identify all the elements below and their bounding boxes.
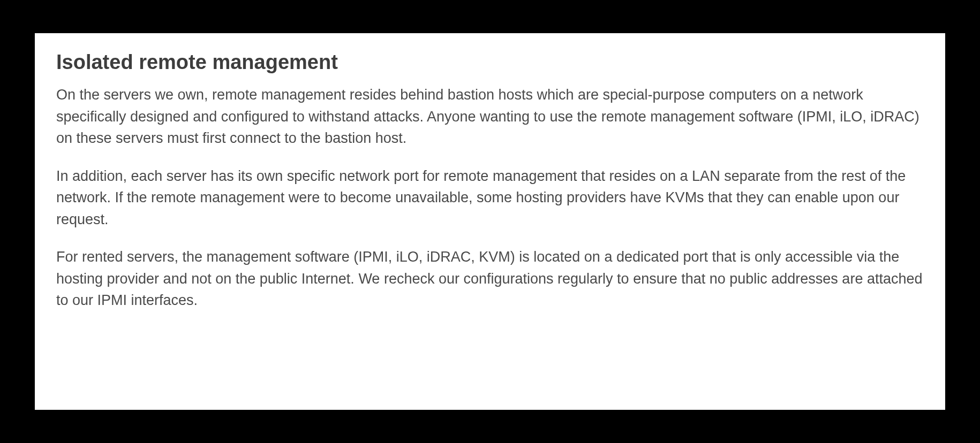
body-paragraph: For rented servers, the management softw… xyxy=(56,246,924,311)
body-paragraph: On the servers we own, remote management… xyxy=(56,84,924,149)
body-paragraph: In addition, each server has its own spe… xyxy=(56,165,924,231)
document-card: Isolated remote management On the server… xyxy=(35,33,945,410)
section-heading: Isolated remote management xyxy=(56,49,924,75)
